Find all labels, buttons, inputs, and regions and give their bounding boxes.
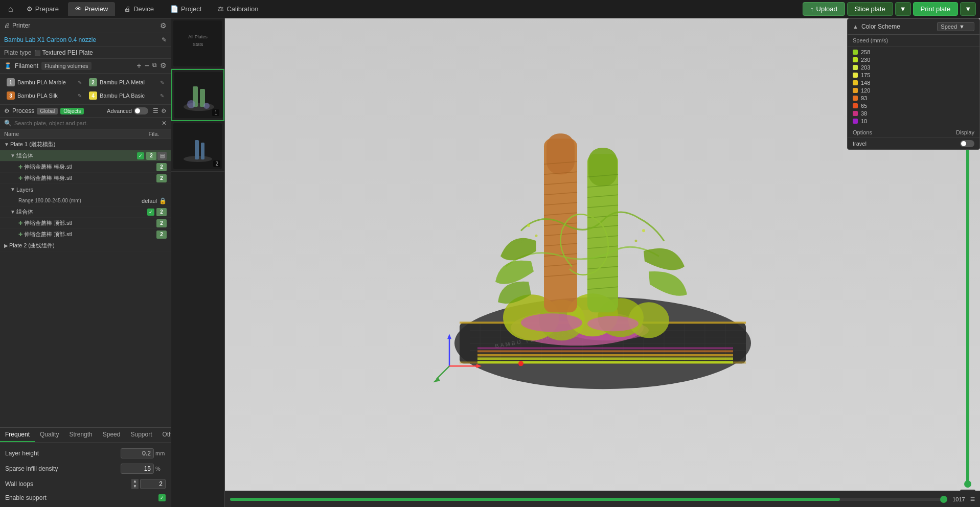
filament-name-4: Bambu PLA Basic: [100, 93, 145, 99]
tab-project[interactable]: 📄 Project: [163, 2, 209, 16]
printer-settings-icon[interactable]: ⚙: [160, 21, 167, 30]
search-input[interactable]: [14, 120, 159, 126]
group2-row[interactable]: ▼ 组合体 ✓ 2: [0, 206, 171, 218]
tag-global[interactable]: Global: [37, 108, 58, 114]
print-dropdown[interactable]: ▼: [960, 2, 976, 16]
tab-preview[interactable]: 👁 Preview: [68, 2, 115, 16]
svg-rect-82: [477, 350, 733, 352]
plate2-row[interactable]: ▶ Plate 2 (曲线组件): [0, 240, 171, 251]
wall-loops-input[interactable]: [140, 479, 166, 489]
progress-track[interactable]: [230, 498, 947, 501]
progress-handle[interactable]: [940, 496, 947, 503]
process-settings-icon[interactable]: ⚙: [161, 107, 167, 114]
layers-row[interactable]: ▼ Layers: [0, 184, 171, 195]
tab-prepare[interactable]: ⚙ Prepare: [19, 2, 66, 16]
travel-toggle[interactable]: [960, 140, 974, 147]
range-label: Range 180.00-245.00 (mm): [18, 198, 81, 203]
filament-item-4[interactable]: 4 Bambu PLA Basic ✎: [86, 90, 167, 101]
advanced-switch[interactable]: [134, 107, 148, 114]
print-button[interactable]: Print plate: [913, 2, 959, 16]
layers-arrow[interactable]: ▼: [10, 187, 15, 192]
speed-entry: 120: [853, 87, 974, 94]
print-label: Print plate: [921, 5, 951, 13]
printer-name-row[interactable]: Bambu Lab X1 Carbon 0.4 nozzle ✎: [0, 33, 171, 47]
file1-fila: 2: [156, 163, 167, 171]
printer-edit-icon[interactable]: ✎: [162, 36, 167, 43]
slice-button[interactable]: Slice plate: [847, 2, 893, 16]
filament-2-edit-icon[interactable]: ✎: [160, 80, 164, 85]
layers-icon[interactable]: ≡: [970, 495, 975, 504]
group1-arrow[interactable]: ▼: [10, 153, 15, 158]
tab-speed[interactable]: Speed: [98, 428, 126, 442]
filament-add-icon[interactable]: +: [136, 61, 141, 71]
group1-check[interactable]: ✓: [137, 152, 144, 159]
bottom-section: Frequent Quality Strength Speed Support …: [0, 427, 171, 507]
filament-remove-icon[interactable]: −: [145, 61, 149, 71]
upload-button[interactable]: ↑ Upload: [803, 2, 845, 16]
wall-loops-down[interactable]: ▼: [131, 484, 139, 489]
tab-others[interactable]: Others: [157, 428, 172, 442]
group2-check[interactable]: ✓: [147, 209, 154, 216]
infill-density-input[interactable]: [121, 464, 154, 474]
search-clear-icon[interactable]: ✕: [162, 120, 167, 127]
speed-entries: 25823020317514812093653810: [848, 47, 979, 127]
cs-dropdown[interactable]: Speed ▼: [937, 22, 974, 31]
display-label[interactable]: Display: [956, 129, 974, 135]
filament-1-edit-icon[interactable]: ✎: [78, 80, 82, 85]
file2-row[interactable]: ✚ 伸缩金蘑棒 棒身.stl 2: [0, 173, 171, 184]
svg-rect-79: [477, 361, 733, 363]
tab-strength[interactable]: Strength: [64, 428, 97, 442]
slice-dropdown[interactable]: ▼: [895, 2, 911, 16]
svg-point-77: [521, 313, 582, 332]
wall-loops-stepper[interactable]: ▲ ▼: [131, 479, 139, 489]
enable-support-checkbox[interactable]: ✓: [158, 494, 166, 501]
tab-frequent[interactable]: Frequent: [0, 428, 35, 442]
thumb-all-plates[interactable]: All Plates Stats: [171, 18, 224, 69]
group2-arrow[interactable]: ▼: [10, 209, 15, 215]
tag-objects[interactable]: Objects: [60, 108, 84, 114]
tab-quality[interactable]: Quality: [35, 428, 64, 442]
svg-point-75: [642, 229, 645, 232]
group1-row[interactable]: ▼ 组合体 ✓ 2 ▤: [0, 150, 171, 162]
tab-device[interactable]: 🖨 Device: [117, 2, 161, 16]
filament-num-3: 3: [7, 91, 15, 100]
layer-height-input[interactable]: [121, 448, 154, 458]
lock-icon[interactable]: 🔒: [159, 197, 167, 204]
thumb-plate1[interactable]: 1: [171, 69, 224, 121]
plate-type-value[interactable]: ⬛ Textured PEI Plate: [34, 49, 93, 56]
filament-3-edit-icon[interactable]: ✎: [78, 93, 82, 99]
speed-dot: [853, 57, 858, 62]
thumb-plate2[interactable]: 2: [171, 121, 224, 172]
tab-calibration[interactable]: ⚖ Calibration: [211, 2, 265, 16]
options-label[interactable]: Options: [853, 129, 872, 135]
speed-dot: [853, 80, 858, 85]
speed-value: 65: [861, 103, 867, 109]
file1-row[interactable]: ✚ 伸缩金蘑棒 棒身.stl 2: [0, 162, 171, 173]
process-list-icon[interactable]: ☰: [153, 107, 158, 114]
svg-point-74: [535, 235, 537, 237]
plate1-arrow[interactable]: ▼: [4, 142, 9, 147]
filament-4-edit-icon[interactable]: ✎: [160, 93, 164, 99]
advanced-toggle[interactable]: Advanced: [107, 107, 148, 114]
plate-icon: ⬛: [34, 50, 40, 56]
file3-row[interactable]: ✚ 伸缩金蘑棒 顶部.stl 2: [0, 218, 171, 229]
filament-item-2[interactable]: 2 Bambu PLA Metal ✎: [86, 77, 167, 88]
wall-loops-up[interactable]: ▲: [131, 479, 139, 484]
plate1-row[interactable]: ▼ Plate 1 (雕花模型): [0, 139, 171, 150]
filament-settings-icon[interactable]: ⚙: [160, 61, 167, 71]
slider-bottom-handle[interactable]: [964, 480, 971, 488]
home-icon[interactable]: ⌂: [4, 5, 17, 14]
filament-item-1[interactable]: 1 Bambu PLA Marble ✎: [4, 77, 84, 88]
group1-fila-del[interactable]: ▤: [157, 152, 167, 160]
cs-collapse-icon[interactable]: ▲: [853, 24, 858, 30]
filament-copy-icon[interactable]: ⧉: [152, 61, 157, 71]
speed-entry: 10: [853, 118, 974, 124]
plate2-arrow[interactable]: ▶: [4, 243, 8, 248]
flushing-volumes-button[interactable]: Flushing volumes: [41, 62, 92, 70]
filament-item-3[interactable]: 3 Bambu PLA Silk ✎: [4, 90, 84, 101]
filament-icon: 🧵: [4, 62, 12, 70]
speed-dot: [853, 96, 858, 101]
speed-entry: 175: [853, 72, 974, 78]
tab-support[interactable]: Support: [125, 428, 157, 442]
file4-row[interactable]: ✚ 伸缩金蘑棒 顶部.stl 2: [0, 229, 171, 240]
